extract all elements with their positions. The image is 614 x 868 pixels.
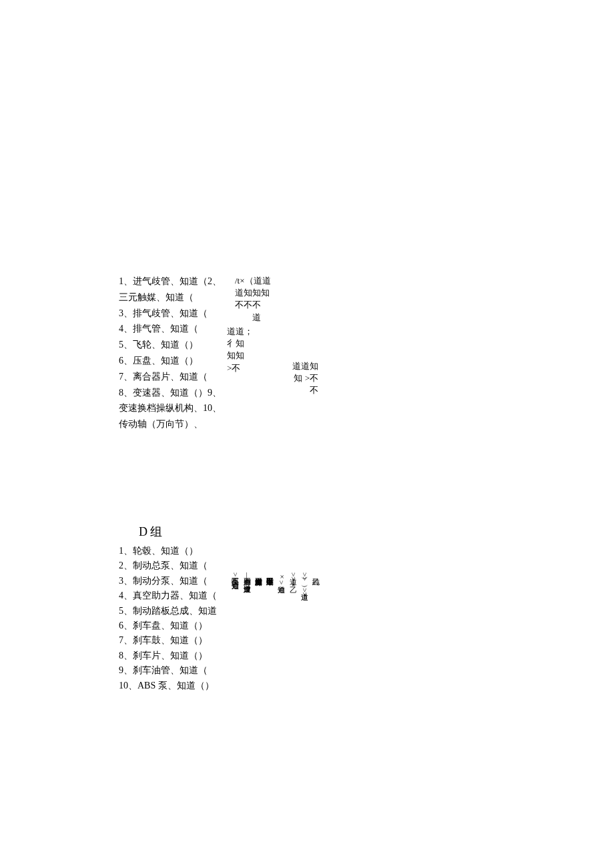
scatter-line: 道道； (227, 326, 253, 338)
list-item: 10、ABS 泵、知道（） (119, 679, 266, 693)
list-item: 1、轮毂、知道（） (119, 544, 266, 558)
scatter-line: 不不不 (235, 299, 271, 311)
list-item: 6、刹车盘、知道（） (119, 618, 266, 633)
section-d-title: D 组 (139, 524, 266, 540)
list-item: 8、刹车片、知道（） (119, 648, 266, 663)
vertical-column: 道廊脚不—道嫂道道道道 (242, 572, 252, 580)
scatter-line: 不 (292, 384, 318, 396)
list-item: 三元触媒、知道（ (119, 290, 346, 306)
scatter-line: 道道知 (292, 360, 318, 372)
vertical-scatter: 矢嗝不不>知道知 道廊脚不—道嫂道道道道 道廊脚不道嫂楯道道 丨道道到阼道道道不… (231, 572, 321, 596)
scatter-text: 道道； 彳知 知知 >不 (227, 326, 253, 374)
scatter-line: 道知知知 (235, 287, 271, 299)
scatter-line: 道 (235, 312, 271, 324)
list-item: 2、制动总泵、知道（ (119, 558, 266, 573)
scatter-line: >不 (227, 362, 253, 374)
vertical-column: 矢嗝不不>知道知 (231, 572, 240, 576)
scatter-line: 彳知 (227, 338, 253, 350)
list-item: 7、刹车鼓、知道（） (119, 633, 266, 648)
vertical-column: ）>>） 道道>> (300, 572, 310, 596)
list-item: 变速换档操纵机构、10、 (119, 400, 346, 416)
scatter-line: 知 >不 (292, 372, 318, 384)
list-item: 1、进气歧管、知道（2、 (119, 274, 346, 290)
vertical-column: ×道知>○ (277, 572, 286, 592)
scatter-text: /t×（道道 道知知知 不不不 道 (235, 275, 271, 324)
scatter-line: 知知 (227, 350, 253, 362)
list-item: 9、刹车油管、知道（ (119, 663, 266, 678)
list-item: 5、制动踏板总成、知道 (119, 604, 266, 618)
section-d: D 组 1、轮毂、知道（） 2、制动总泵、知道（ 3、制动分泵、知道（ 4、真空… (119, 524, 266, 693)
scatter-line: /t×（道道 (235, 275, 271, 287)
scatter-text: 道道知 知 >不 不 (292, 360, 318, 397)
list-item: 传动轴（万向节）、 (119, 416, 346, 432)
vertical-column: 丨道>>乙× (288, 572, 298, 588)
section-d-list: 1、轮毂、知道（） 2、制动总泵、知道（ 3、制动分泵、知道（ 4、真空助力器、… (119, 544, 266, 693)
list-item: 3、排气歧管、知道（ (119, 306, 346, 322)
